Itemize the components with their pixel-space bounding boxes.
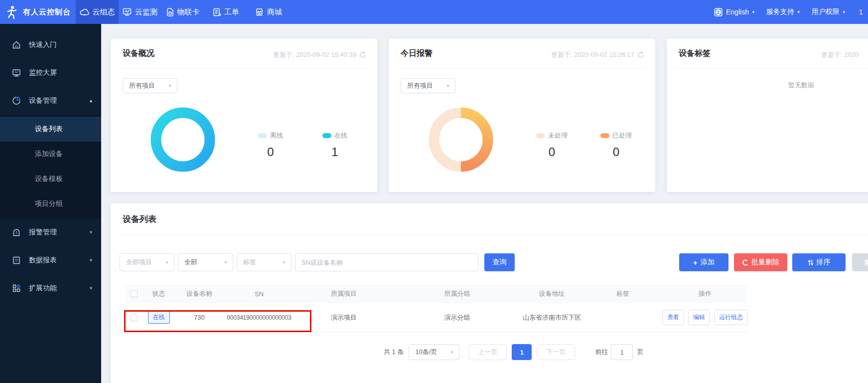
current-page-button[interactable]: 1 (512, 344, 532, 360)
prev-page-button[interactable]: 上一页 (468, 344, 507, 360)
card-title: 今日报警 (401, 48, 433, 59)
view-button[interactable]: 查看 (662, 310, 684, 325)
support-menu[interactable]: 服务支持 (766, 7, 794, 16)
project-filter-select[interactable]: 所有项目 ▼ (123, 78, 177, 93)
filter-project-select[interactable]: 全部项目 ▼ (120, 253, 174, 271)
sidebar-item-label: 监控大屏 (29, 68, 93, 77)
table-row: 在线 730 00034190000000000003 演示项目 演示分组 山东… (125, 303, 747, 332)
filter-status-select[interactable]: 全部 ▼ (178, 253, 233, 271)
total-count: 共 1 条 (384, 348, 404, 357)
chevron-down-icon: ▼ (168, 84, 172, 88)
top-navbar: 有人云控制台 云组态 云监测 (0, 0, 868, 24)
sidebar-item-extensions[interactable]: 扩展功能 ▼ (0, 274, 101, 302)
updated-timestamp: 更新于: 2020-09-02 15:40:39 (273, 50, 356, 59)
legend-value: 0 (549, 145, 555, 159)
button-label: 上一页 (478, 348, 497, 357)
sidebar-item-add-device[interactable]: 添加设备 (0, 142, 101, 167)
tab-label: 物联卡 (177, 7, 200, 17)
chevron-down-icon: ▼ (751, 10, 755, 14)
cell-sn: 00034190000000000003 (224, 314, 294, 321)
select-value: 所有项目 (407, 81, 433, 90)
legend-value: 0 (267, 145, 274, 159)
status-badge: 在线 (148, 311, 170, 324)
export-button[interactable]: 导出 (852, 253, 868, 271)
goto-label: 前往 (595, 348, 608, 357)
select-all-checkbox[interactable] (131, 290, 138, 297)
chevron-down-icon: ▼ (89, 286, 93, 291)
col-header-device-name: 设备名称 (174, 289, 224, 298)
cell-device-name: 730 (174, 314, 224, 321)
export-grid-icon (865, 259, 868, 266)
chevron-down-icon: ▼ (282, 260, 286, 265)
permissions-menu[interactable]: 用户权限 (812, 7, 840, 16)
sidebar-item-quick-start[interactable]: 快速入门 (0, 31, 101, 59)
sort-button[interactable]: 排序 (792, 253, 846, 271)
tab-mall[interactable]: 商城 (247, 0, 290, 24)
run-scada-button[interactable]: 运行组态 (714, 310, 748, 325)
page-number: 1 (520, 349, 524, 356)
sidebar-item-device-list[interactable]: 设备列表 (0, 117, 101, 142)
card-device-tags: 设备标签 更新于: 2020 暂无数据 (667, 38, 868, 192)
row-checkbox[interactable] (131, 314, 138, 321)
updated-timestamp: 更新于: 2020 (821, 50, 859, 59)
sidebar-subitem-label: 设备模板 (35, 175, 63, 184)
legend-value: 0 (613, 145, 619, 159)
legend-offline: 离线 0 (258, 131, 283, 159)
chevron-down-icon: ▼ (446, 84, 450, 88)
sort-arrows-icon (808, 259, 814, 266)
chevron-down-icon: ▼ (797, 10, 801, 14)
batch-delete-button[interactable]: 批量删除 (734, 253, 787, 271)
batch-delete-icon (742, 259, 748, 266)
sidebar-item-alarm-management[interactable]: 报警管理 ▼ (0, 218, 101, 246)
tab-cloud-monitor[interactable]: 云监测 (119, 0, 161, 24)
col-header-tag: 标签 (583, 289, 663, 298)
goto-suffix: 页 (637, 348, 643, 357)
sidebar-item-data-report[interactable]: 数据报表 ▼ (0, 246, 101, 274)
filter-tag-select[interactable]: 标签 ▼ (237, 253, 291, 271)
chevron-down-icon: ▼ (89, 258, 93, 263)
tab-iot-sim[interactable]: 物联卡 (161, 0, 204, 24)
sidebar-item-label: 数据报表 (29, 256, 89, 265)
button-label: 添加 (701, 258, 715, 267)
next-page-button[interactable]: 下一页 (537, 344, 575, 360)
pagination: 共 1 条 10条/页 ▼ 上一页 1 下一页 前往 页 (384, 344, 643, 360)
sidebar-item-device-management[interactable]: 设备管理 ▲ (0, 87, 101, 115)
refresh-icon[interactable] (359, 51, 366, 58)
legend-swatch (600, 133, 609, 138)
cell-project: 演示项目 (294, 313, 394, 322)
tab-work-order[interactable]: 工单 (204, 0, 247, 24)
refresh-icon[interactable] (637, 51, 644, 58)
home-icon (12, 40, 21, 49)
card-device-overview: 设备概况 更新于: 2020-09-02 15:40:39 所有项目 ▼ (111, 38, 377, 192)
page-size-select[interactable]: 10条/页 ▼ (409, 344, 459, 360)
legend-label: 离线 (270, 131, 283, 140)
tab-cloud-scada[interactable]: 云组态 (76, 0, 119, 24)
search-button[interactable]: 查询 (484, 253, 515, 271)
chevron-up-icon: ▲ (89, 98, 93, 103)
usr-logo-icon (6, 5, 18, 19)
card-device-list: 设备列表 全部项目 ▼ 全部 ▼ 标签 ▼ 查询 + 添加 (111, 203, 868, 383)
tab-label: 云监测 (135, 7, 157, 17)
legend-label: 已处理 (612, 131, 632, 140)
pie-chart-icon (12, 96, 21, 105)
sidebar-item-device-template[interactable]: 设备模板 (0, 167, 101, 192)
monitor-chart-icon (123, 8, 132, 16)
section-title: 设备列表 (123, 213, 156, 225)
sidebar-item-project-group[interactable]: 项目分组 (0, 192, 101, 216)
work-order-icon (213, 8, 221, 16)
goto-page-input[interactable] (611, 344, 633, 360)
table-header-row: 状态 设备名称 SN 所属项目 所属分组 设备地址 标签 操作 (125, 284, 747, 303)
user-account[interactable]: 1 (859, 8, 863, 16)
search-input[interactable] (295, 253, 478, 271)
edit-button[interactable]: 编辑 (688, 310, 710, 325)
button-label: 排序 (817, 258, 831, 267)
sidebar-item-monitor-screen[interactable]: 监控大屏 (0, 59, 101, 87)
col-header-sn: SN (224, 290, 294, 298)
add-button[interactable]: + 添加 (679, 253, 728, 271)
language-selector[interactable]: English (726, 8, 749, 16)
legend-online: 在线 1 (322, 131, 347, 159)
tab-label: 商城 (267, 7, 282, 17)
button-label: 查询 (493, 258, 507, 267)
select-value: 全部 (184, 258, 197, 267)
project-filter-select[interactable]: 所有项目 ▼ (401, 78, 455, 93)
